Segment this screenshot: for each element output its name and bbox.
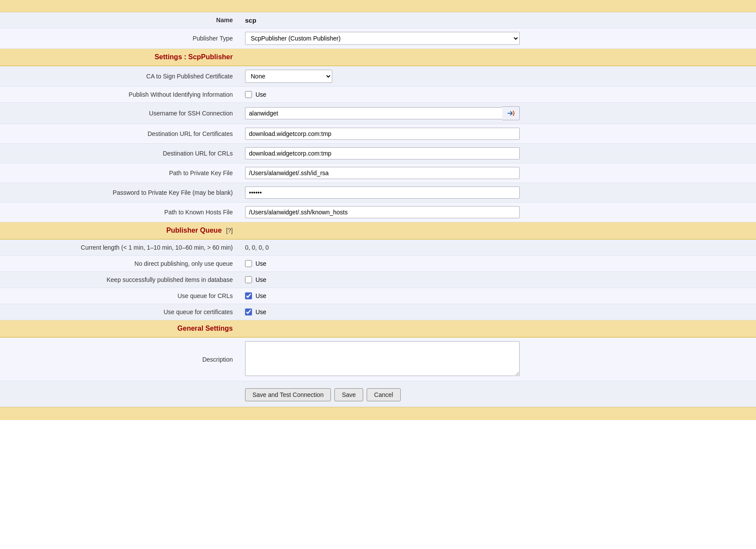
name-value-cell: scp xyxy=(239,12,756,28)
ca-sign-select[interactable]: None xyxy=(245,70,332,83)
queue-crl-label: Use queue for CRLs xyxy=(0,288,239,304)
private-key-row: Path to Private Key File xyxy=(0,163,756,183)
dest-url-crl-row: Destination URL for CRLs xyxy=(0,144,756,163)
queue-length-row: Current length (< 1 min, 1–10 min, 10–60… xyxy=(0,239,756,256)
username-label: Username for SSH Connection xyxy=(0,103,239,124)
ca-sign-value-cell: None xyxy=(239,66,756,87)
queue-crl-checkbox[interactable] xyxy=(245,292,252,299)
publish-no-id-value-cell: Use xyxy=(239,87,756,103)
queue-crl-value-cell: Use xyxy=(239,288,756,304)
queue-header-empty xyxy=(239,222,756,240)
description-row: Description xyxy=(0,337,756,381)
known-hosts-row: Path to Known Hosts File xyxy=(0,203,756,222)
known-hosts-value-cell xyxy=(239,203,756,222)
top-bar xyxy=(0,0,756,12)
ca-sign-label: CA to Sign Published Certificate xyxy=(0,66,239,87)
no-direct-value-cell: Use xyxy=(239,256,756,272)
no-direct-label: No direct publishing, only use queue xyxy=(0,256,239,272)
no-direct-checkbox[interactable] xyxy=(245,260,252,267)
ca-sign-row: CA to Sign Published Certificate None xyxy=(0,66,756,87)
keep-db-use-label: Use xyxy=(255,276,266,283)
keep-db-label: Keep successfully published items in dat… xyxy=(0,272,239,288)
queue-help[interactable]: [?] xyxy=(226,227,233,234)
queue-cert-value-cell: Use xyxy=(239,304,756,320)
arrow-icon-svg xyxy=(506,108,516,118)
form-table: Name scp Publisher Type ScpPublisher (Cu… xyxy=(0,12,756,407)
username-row: Username for SSH Connection xyxy=(0,103,756,124)
dest-url-crl-input[interactable] xyxy=(245,147,520,159)
buttons-value-cell: Save and Test Connection Save Cancel xyxy=(239,381,756,407)
queue-header-label: Publisher Queue [?] xyxy=(0,222,239,240)
scp-settings-header-label: Settings : ScpPublisher xyxy=(0,49,239,66)
dest-url-cert-row: Destination URL for Certificates xyxy=(0,124,756,144)
private-key-label: Path to Private Key File xyxy=(0,163,239,183)
page-wrapper: Name scp Publisher Type ScpPublisher (Cu… xyxy=(0,0,756,549)
queue-title: Publisher Queue xyxy=(166,227,221,234)
queue-cert-checkbox-row: Use xyxy=(245,308,750,315)
no-direct-checkbox-row: Use xyxy=(245,260,750,267)
save-button[interactable]: Save xyxy=(334,388,363,401)
description-value-cell xyxy=(239,337,756,381)
dest-url-cert-value-cell xyxy=(239,124,756,144)
publish-no-id-label: Publish Without Identifying Information xyxy=(0,87,239,103)
general-header-label: General Settings xyxy=(0,320,239,338)
description-textarea[interactable] xyxy=(245,341,520,376)
buttons-label-cell xyxy=(0,381,239,407)
queue-header-row: Publisher Queue [?] xyxy=(0,222,756,240)
publish-no-id-checkbox-row: Use xyxy=(245,91,750,98)
queue-length-value-cell: 0, 0, 0, 0 xyxy=(239,239,756,256)
queue-crl-row: Use queue for CRLs Use xyxy=(0,288,756,304)
publisher-type-row: Publisher Type ScpPublisher (Custom Publ… xyxy=(0,28,756,49)
keep-db-value-cell: Use xyxy=(239,272,756,288)
dest-url-cert-input[interactable] xyxy=(245,128,520,140)
private-key-input[interactable] xyxy=(245,167,520,179)
queue-crl-use-label: Use xyxy=(255,292,266,299)
general-settings-title: General Settings xyxy=(177,325,233,332)
password-label: Password to Private Key File (may be bla… xyxy=(0,183,239,203)
dest-url-cert-label: Destination URL for Certificates xyxy=(0,124,239,144)
keep-db-row: Keep successfully published items in dat… xyxy=(0,272,756,288)
username-value-cell xyxy=(239,103,756,124)
keep-db-checkbox[interactable] xyxy=(245,276,252,283)
private-key-value-cell xyxy=(239,163,756,183)
known-hosts-label: Path to Known Hosts File xyxy=(0,203,239,222)
known-hosts-input[interactable] xyxy=(245,206,520,218)
queue-cert-row: Use queue for certificates Use xyxy=(0,304,756,320)
queue-length-label: Current length (< 1 min, 1–10 min, 10–60… xyxy=(0,239,239,256)
username-wrap xyxy=(245,106,750,120)
cancel-button[interactable]: Cancel xyxy=(367,388,401,401)
publish-no-id-row: Publish Without Identifying Information … xyxy=(0,87,756,103)
name-value: scp xyxy=(245,15,256,26)
bottom-bar xyxy=(0,407,756,420)
name-label: Name xyxy=(0,12,239,28)
description-label: Description xyxy=(0,337,239,381)
publisher-type-value-cell: ScpPublisher (Custom Publisher) xyxy=(239,28,756,49)
publisher-type-select[interactable]: ScpPublisher (Custom Publisher) xyxy=(245,32,520,45)
publisher-type-label: Publisher Type xyxy=(0,28,239,49)
dest-url-crl-value-cell xyxy=(239,144,756,163)
scp-settings-title: Settings : ScpPublisher xyxy=(154,53,233,61)
password-row: Password to Private Key File (may be bla… xyxy=(0,183,756,203)
keep-db-checkbox-row: Use xyxy=(245,276,750,283)
queue-cert-checkbox[interactable] xyxy=(245,308,252,315)
queue-cert-use-label: Use xyxy=(255,308,266,315)
publish-no-id-use-label: Use xyxy=(255,91,266,98)
queue-cert-label: Use queue for certificates xyxy=(0,304,239,320)
username-input[interactable] xyxy=(245,107,502,119)
no-direct-row: No direct publishing, only use queue Use xyxy=(0,256,756,272)
queue-length-value: 0, 0, 0, 0 xyxy=(245,242,269,253)
buttons-row: Save and Test Connection Save Cancel xyxy=(0,381,756,407)
save-test-button[interactable]: Save and Test Connection xyxy=(245,388,331,401)
dest-url-crl-label: Destination URL for CRLs xyxy=(0,144,239,163)
scp-settings-header-empty xyxy=(239,49,756,66)
password-input[interactable] xyxy=(245,186,520,199)
buttons-container: Save and Test Connection Save Cancel xyxy=(245,385,750,403)
publish-no-id-checkbox[interactable] xyxy=(245,91,252,98)
scp-settings-header-row: Settings : ScpPublisher xyxy=(0,49,756,66)
ssh-key-icon[interactable] xyxy=(502,106,520,120)
general-header-row: General Settings xyxy=(0,320,756,338)
password-value-cell xyxy=(239,183,756,203)
general-header-empty xyxy=(239,320,756,338)
no-direct-use-label: Use xyxy=(255,260,266,267)
name-row: Name scp xyxy=(0,12,756,28)
